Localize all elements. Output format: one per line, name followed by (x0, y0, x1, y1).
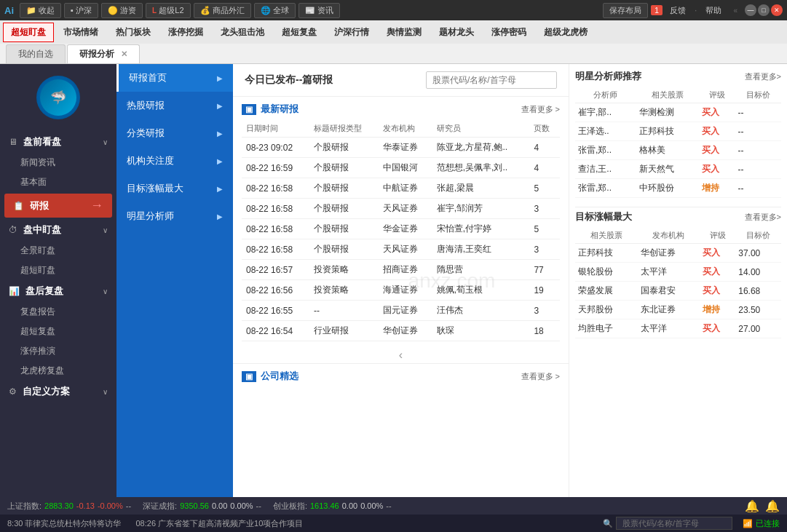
superl2-btn[interactable]: L 超级L2 (146, 3, 190, 18)
maximize-btn[interactable]: □ (758, 4, 770, 16)
sidebar-item-longhubang[interactable]: 龙虎榜复盘 (0, 361, 116, 381)
counter-badge: 1 (651, 5, 663, 15)
nav-arrow-icon5: ▶ (217, 185, 223, 193)
cell-org: 华创证券 (638, 244, 700, 263)
sidebar-item-quanjing[interactable]: 全景盯盘 (0, 241, 116, 261)
table-row[interactable]: 08-23 09:02 个股研报 华泰证券 陈亚龙,方星荷,鲍.. 4 (242, 138, 560, 158)
sidebar-item-zhangting-tuiyan[interactable]: 涨停推演 (0, 341, 116, 361)
list-item[interactable]: 天邦股份 东北证券 增持 23.50 (575, 301, 781, 319)
youzi-btn[interactable]: 🟡 游资 (101, 3, 143, 18)
global-btn[interactable]: 🌐 全球 (254, 3, 296, 18)
shenzhen-index: 深证成指: 9350.56 0.00 0.00% -- (143, 501, 261, 512)
table-row[interactable]: 08-22 16:58 个股研报 中航证券 张超,梁晨 5 (242, 178, 560, 199)
cell-rating: 买入 (699, 141, 735, 160)
stock-search-input[interactable] (426, 71, 557, 89)
bell-icon: 🔔 (745, 499, 759, 513)
scroll-left-arrow[interactable]: ‹ (233, 347, 569, 363)
sidebar-item-chaoduan-fupan2[interactable]: 超短复盘 (0, 322, 116, 341)
nav-item-yuqing[interactable]: 舆情监测 (379, 23, 430, 42)
nav-item-hotblock[interactable]: 热门板块 (108, 23, 159, 42)
sidebar-item-news[interactable]: 新闻资讯 (0, 153, 116, 172)
status-icons: 🔔 🔔 (745, 499, 780, 513)
nav-item-hushen[interactable]: 沪深行情 (326, 23, 377, 42)
research-nav-attention[interactable]: 机构关注度 ▶ (116, 147, 233, 175)
commodity-btn[interactable]: 💰 商品外汇 (194, 3, 251, 18)
nav-item-zhangting[interactable]: 涨停挖掘 (160, 23, 211, 42)
feedback-btn[interactable]: 反馈 (665, 4, 690, 17)
list-item[interactable]: 崔宇,部.. 华测检测 买入 -- (575, 103, 781, 122)
nav-item-chaoduan[interactable]: 超短盯盘 (3, 23, 54, 42)
see-more-company[interactable]: 查看更多 > (521, 371, 560, 382)
list-item[interactable]: 银轮股份 太平洋 买入 14.00 (575, 263, 781, 282)
ticker-news2: 08:26 广东省签下超高清视频产业10项合作项目 (135, 518, 303, 529)
list-item[interactable]: 王泽选.. 正邦科技 买入 -- (575, 122, 781, 141)
cell-pages: 5 (529, 219, 560, 239)
close-btn[interactable]: ✕ (771, 4, 783, 16)
section-header-latest: ▣ 最新研报 查看更多 > (242, 103, 560, 116)
list-item[interactable]: 张雷,郑.. 格林美 买入 -- (575, 141, 781, 160)
sidebar-item-research[interactable]: 📋 研报 → (4, 194, 112, 218)
cell-pages: 18 (529, 321, 560, 341)
cell-analyst: 张雷,郑.. (575, 141, 636, 160)
tab-research[interactable]: 研报分析 ✕ (67, 44, 140, 63)
ticker-news1: 8:30 菲律宾总统杜特尔特将访华 (7, 518, 121, 529)
table-row[interactable]: 08-22 16:59 个股研报 中国银河 范想想,吴佩芈,刘.. 4 (242, 158, 560, 178)
research-nav-hot[interactable]: 热股研报 ▶ (116, 92, 233, 119)
info-btn[interactable]: 📰 资讯 (298, 3, 340, 18)
hushen-btn[interactable]: ▪ 沪深 (64, 3, 98, 18)
see-more-star[interactable]: 查看更多> (745, 71, 781, 82)
cell-date: 08-22 16:57 (242, 260, 309, 280)
cell-org: 国元证券 (379, 301, 432, 321)
sidebar-item-fupan-report[interactable]: 复盘报告 (0, 302, 116, 322)
sidebar-item-fundamental[interactable]: 基本面 (0, 172, 116, 192)
table-row[interactable]: 08-22 16:57 投资策略 招商证券 隋思营 77 (242, 260, 560, 280)
list-item[interactable]: 均胜电子 太平洋 买入 27.00 (575, 319, 781, 338)
see-more-latest[interactable]: 查看更多 > (521, 104, 560, 115)
list-item[interactable]: 正邦科技 华创证券 买入 37.00 (575, 244, 781, 263)
right-panel: 明星分析师推荐 查看更多> 分析师 相关股票 评级 目标价 崔宇,部.. 华测检… (569, 64, 787, 497)
table-row[interactable]: 08-22 16:58 个股研报 天风证券 唐海清,王奕红 3 (242, 239, 560, 260)
shark-icon: 🦈 (40, 79, 76, 116)
nav-item-zhangting-mima[interactable]: 涨停密码 (483, 23, 534, 42)
table-row[interactable]: 08-22 16:58 个股研报 天风证券 崔宇,邹润芳 3 (242, 199, 560, 219)
ticker-search-input[interactable] (616, 517, 732, 530)
nav-item-market[interactable]: 市场情绪 (55, 23, 106, 42)
nav-item-super-longhubang[interactable]: 超级龙虎榜 (536, 23, 596, 42)
nav-item-ticai[interactable]: 题材龙头 (431, 23, 482, 42)
nav-item-longtou[interactable]: 龙头狙击池 (213, 23, 272, 42)
list-item[interactable]: 查洁,王.. 新天然气 买入 -- (575, 160, 781, 179)
cell-analyst: 王泽选.. (575, 122, 636, 141)
table-row[interactable]: 08-22 16:54 行业研报 华创证券 耿琛 18 (242, 321, 560, 341)
research-nav-target[interactable]: 目标涨幅最大 ▶ (116, 175, 233, 202)
latest-reports-section: ▣ 最新研报 查看更多 > 日期时间 标题研报类型 发布机构 研究员 页数 (233, 97, 569, 347)
cell-pages: 77 (529, 260, 560, 280)
collect-btn[interactable]: 📁 收起 (20, 3, 61, 18)
tab-close-research[interactable]: ✕ (121, 49, 127, 58)
cell-date: 08-22 16:58 (242, 199, 309, 219)
research-nav-home[interactable]: 研报首页 ▶ (116, 64, 233, 92)
divider1 (575, 207, 781, 207)
sidebar-item-panhou[interactable]: 📊 盘后复盘 ∨ (0, 280, 116, 302)
save-layout-btn[interactable]: 保存布局 (603, 3, 648, 18)
shanghai-index: 上证指数: 2883.30 -0.13 -0.00% -- (7, 501, 131, 512)
sidebar-item-pandian[interactable]: 🖥 盘前看盘 ∨ (0, 131, 116, 153)
table-row[interactable]: 08-22 16:56 投资策略 海通证券 姚佩,荀玉根 19 (242, 280, 560, 301)
list-item[interactable]: 荣盛发展 国泰君安 买入 16.68 (575, 282, 781, 301)
minimize-btn[interactable]: — (745, 4, 756, 16)
sidebar-item-custom[interactable]: ⚙ 自定义方案 ∨ (0, 381, 116, 402)
table-row[interactable]: 08-22 16:55 -- 国元证券 汪伟杰 3 (242, 301, 560, 321)
see-more-target[interactable]: 查看更多> (745, 212, 781, 223)
research-nav-category[interactable]: 分类研报 ▶ (116, 119, 233, 147)
sidebar-item-chaoduan2[interactable]: 超短盯盘 (0, 261, 116, 280)
help-btn[interactable]: 帮助 (701, 4, 726, 17)
research-icon: 📋 (13, 201, 24, 211)
sidebar-item-panzhong[interactable]: ⏱ 盘中盯盘 ∨ (0, 219, 116, 241)
nav-arrow-icon4: ▶ (217, 157, 223, 165)
cell-price: -- (735, 141, 781, 160)
research-nav-star[interactable]: 明星分析师 ▶ (116, 202, 233, 230)
tab-myselect[interactable]: 我的自选 (6, 44, 66, 63)
star-analysts-title: 明星分析师推荐 (575, 70, 641, 83)
table-row[interactable]: 08-22 16:58 个股研报 华金证券 宋怡萱,付宇婷 5 (242, 219, 560, 239)
nav-item-chaoduan-fupan[interactable]: 超短复盘 (274, 23, 325, 42)
list-item[interactable]: 张雷,郑.. 中环股份 增持 -- (575, 179, 781, 198)
